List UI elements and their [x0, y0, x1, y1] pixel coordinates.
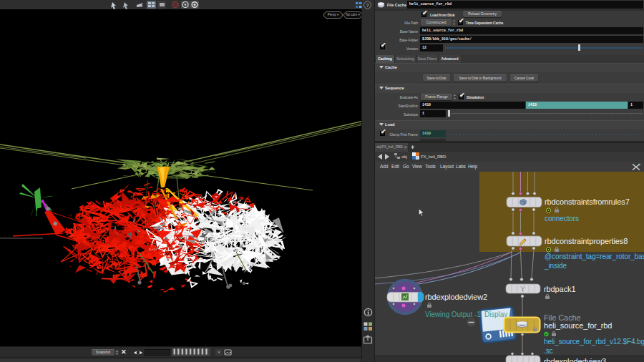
svg-text:rbdconstraintsfromrules7: rbdconstraintsfromrules7	[545, 197, 630, 206]
svg-text:?: ?	[366, 3, 369, 8]
svg-text:rbdexplodedview2: rbdexplodedview2	[425, 293, 487, 301]
svg-text:Viewing Output -1: Display: Viewing Output -1: Display	[425, 310, 507, 318]
svg-text:rbdexplodedview3: rbdexplodedview3	[544, 357, 606, 362]
svg-text:.sc: .sc	[544, 347, 553, 355]
svg-text:rbdconstraintproperties8: rbdconstraintproperties8	[545, 237, 628, 245]
svg-text:_inside: _inside	[544, 262, 567, 270]
svg-text:heli_source_for_rbd: heli_source_for_rbd	[544, 321, 612, 330]
svg-text:heli_source_for_rbd_v12.$F4.bg: heli_source_for_rbd_v12.$F4.bgeo	[544, 338, 644, 346]
svg-text:connectors: connectors	[545, 215, 579, 222]
svg-text:@constraint_tag=rear_rotor_bas: @constraint_tag=rear_rotor_base	[545, 253, 644, 260]
svg-text:rbdpack1: rbdpack1	[544, 285, 575, 293]
